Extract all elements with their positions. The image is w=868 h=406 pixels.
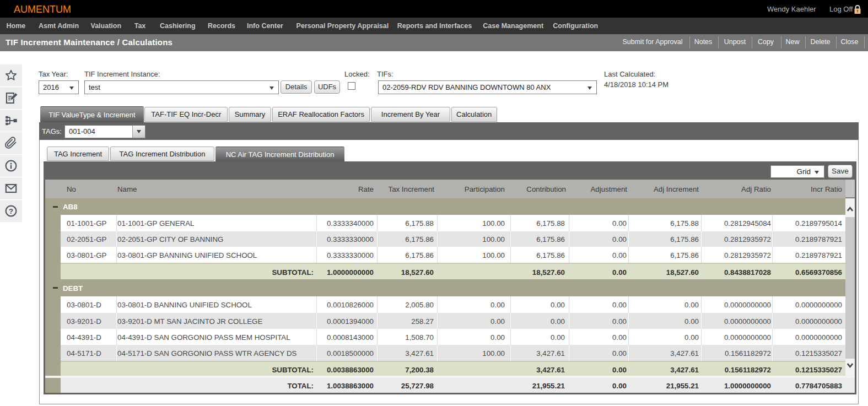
svg-text:?: ? [9, 207, 13, 215]
